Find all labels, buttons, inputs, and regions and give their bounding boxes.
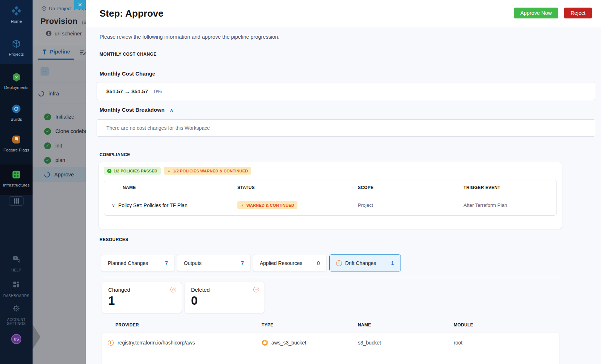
sidebar-item-label: SETTINGS [0,322,33,326]
aws-s3-bucket-icon [262,339,268,346]
sidebar-item-label: Home [0,19,33,23]
home-icon [12,6,21,16]
changed-icon [170,287,176,292]
left-nav: Home Projects ∞ Deployments Builds Featu… [0,0,33,364]
cost-change-box: $51.57 → $51.57 0% [97,82,595,100]
check-circle-icon: ✓ [107,169,111,173]
tab-count: 7 [165,260,168,266]
projects-icon [12,39,21,49]
drawer-header: Step: Approve Approve Now Reject [86,0,601,27]
tab-drift-changes[interactable]: i Drift Changes 1 [329,254,401,271]
deleted-icon [253,287,259,292]
svg-text:?: ? [14,257,16,260]
modal-overlay[interactable] [33,0,86,364]
chevron-down-icon[interactable]: ∨ [112,203,115,208]
sidebar-item-label: ACCOUNT [0,318,33,322]
col-header-scope: SCOPE [358,185,464,190]
feature-flags-icon [12,135,21,145]
sidebar-item-label: Projects [0,52,33,56]
grid-icon [14,198,19,204]
policies-passed-label: 1/2 POLICIES PASSED [114,169,157,173]
module-grid-button[interactable] [9,196,24,206]
page-title: Step: Approve [100,8,164,19]
table-row[interactable]: ∨ Policy Set: Policies for TF Plan ▲ WAR… [104,195,556,215]
policy-trigger-event: After Terraform Plan [464,202,556,208]
section-monthly-cost-change: MONTHLY COST CHANGE [100,52,157,57]
col-header-trigger-event: TRIGGER EVENT [464,185,556,190]
policies-warned-badge: ▲ 1/2 POLICIES WARNED & CONTINUED [164,167,251,175]
cost-breakdown-empty: There are no cost changes for this Works… [106,125,210,131]
infrastructures-icon [12,170,21,180]
cost-change-line: $51.57 → $51.57 0% [106,88,162,94]
cost-to: $51.57 [131,88,148,94]
col-header-name: NAME [358,322,454,327]
policy-badges: ✓ 1/2 POLICIES PASSED ▲ 1/2 POLICIES WAR… [104,167,557,175]
sidebar-item-label: HELP [0,268,33,272]
section-compliance: COMPLIANCE [100,152,130,157]
close-icon[interactable]: ✕ [74,0,86,9]
tab-count: 7 [241,260,244,266]
sidebar-item-label: Deployments [0,85,33,90]
resource-name: s3_bucket [358,340,454,346]
drift-table-header: PROVIDER TYPE NAME MODULE [102,322,559,327]
status-badge: ▲ WARNED & CONTINUED [237,201,297,209]
resource-type: aws_s3_bucket [271,340,306,346]
sidebar-item-account-settings[interactable]: ACCOUNT SETTINGS [0,305,33,326]
resource-provider: registry.terraform.io/hashicorp/aws [118,340,195,346]
sidebar-item-projects[interactable]: Projects [0,39,33,56]
tab-label: Applied Resources [260,260,302,266]
approve-step-drawer: ✕ Step: Approve Approve Now Reject Pleas… [86,0,601,364]
tab-count: 1 [391,260,394,266]
policy-scope: Project [358,202,464,208]
approve-now-button[interactable]: Approve Now [514,8,558,18]
resource-tabs: Planned Changes 7 Outputs 7 Applied Reso… [101,254,401,271]
info-circle-icon: i [336,260,342,266]
builds-icon [12,104,21,114]
cost-breakdown-box: There are no cost changes for this Works… [97,119,595,137]
policies-warned-label: 1/2 POLICIES WARNED & CONTINUED [173,169,248,173]
reject-button[interactable]: Reject [564,8,592,18]
sidebar-item-builds[interactable]: Builds [0,104,33,121]
chevron-up-icon: ∧ [170,107,173,113]
policy-set-name: Policy Set: Policies for TF Plan [118,202,187,208]
changed-label: Changed [108,287,175,293]
tab-applied-resources[interactable]: Applied Resources 0 [253,254,326,271]
deleted-card: Deleted 0 [185,282,264,313]
sidebar-item-label: DASHBOARDS [0,294,33,298]
cost-from: $51.57 [106,88,123,94]
cost-percent: 0% [154,88,162,94]
cost-heading: Monthly Cost Change [100,70,155,77]
user-avatar[interactable]: US [11,334,21,344]
svg-text:∞: ∞ [14,74,18,80]
tab-label: Planned Changes [108,260,148,266]
sidebar-item-feature-flags[interactable]: Feature Flags [0,135,33,152]
policy-table-header: NAME STATUS SCOPE TRIGGER EVENT [104,180,556,195]
gear-icon [13,305,20,315]
sidebar-item-dashboards[interactable]: DASHBOARDS [0,281,33,298]
dashboards-icon [13,281,20,291]
deleted-count: 0 [191,294,258,308]
section-resources: RESOURCES [100,237,128,242]
sidebar-item-label: Feature Flags [0,148,33,152]
warning-triangle-icon: ▲ [241,203,244,207]
col-header-status: STATUS [237,185,358,190]
divider [102,277,559,277]
col-header-type: TYPE [262,322,358,327]
sidebar-item-infrastructures[interactable]: Infrastructures [0,170,33,187]
warning-triangle-icon: ▲ [167,169,171,173]
tab-outputs[interactable]: Outputs 7 [177,254,250,271]
cost-breakdown-toggle[interactable]: Monthly Cost Breakdown ∧ [100,107,173,113]
table-row[interactable]: i registry.terraform.io/hashicorp/aws aw… [102,333,559,353]
status-badge-label: WARNED & CONTINUED [246,203,294,207]
help-icon: ? [12,255,20,265]
sidebar-item-help[interactable]: ? HELP [0,255,33,272]
col-header-module: MODULE [454,322,559,327]
sidebar-item-deployments[interactable]: ∞ Deployments [0,72,33,90]
cost-breakdown-heading: Monthly Cost Breakdown [100,107,165,113]
tab-count: 0 [317,260,320,266]
intro-text: Please review the following information … [100,34,279,40]
sidebar-item-home[interactable]: Home [0,6,33,23]
info-circle-icon: i [108,340,114,346]
deleted-label: Deleted [191,287,258,293]
tab-planned-changes[interactable]: Planned Changes 7 [101,254,174,271]
